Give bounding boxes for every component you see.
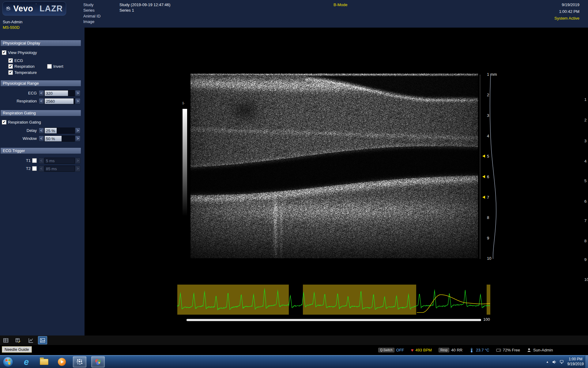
temperature-checkbox-label: Temperature	[14, 70, 37, 75]
temperature-value: 23.7 °C	[476, 348, 489, 352]
current-user: Sun-Admin	[3, 20, 22, 24]
respiration-range-label: Respiration	[0, 98, 37, 104]
view-physiology-checkbox[interactable]: ✔	[2, 50, 6, 55]
t1-increment-button: >	[75, 158, 81, 164]
respiration-range-decrement-button[interactable]: <	[39, 98, 44, 104]
invert-checkbox[interactable]	[47, 64, 52, 69]
windows-start-icon	[2, 356, 13, 367]
grayscale-bar	[183, 109, 187, 222]
delay-label: Delay	[0, 128, 37, 134]
header-datetime: 9/19/2019 1:00:42 PM System Active	[554, 2, 579, 23]
right-scale-tick: 9	[584, 257, 588, 262]
start-button[interactable]	[1, 356, 15, 367]
bottom-toolbar	[0, 335, 588, 345]
play-icon	[58, 358, 66, 366]
ecg-range-row: ECG < 320 >	[0, 90, 85, 96]
thermometer-icon	[469, 348, 474, 353]
t2-label: T2	[0, 166, 31, 172]
respiration-gating-checkbox[interactable]: ✔	[2, 120, 6, 125]
physio-strip-canvas[interactable]	[177, 285, 490, 315]
respiration-range-increment-button[interactable]: >	[75, 98, 81, 104]
series-value: Series 1	[119, 8, 134, 13]
logo-model: LAZR	[40, 4, 63, 13]
clock-date: 9/19/2019	[567, 362, 584, 367]
vevo-app-taskbar-button[interactable]	[73, 356, 86, 367]
hidden-icons-chevron[interactable]: ▲	[546, 360, 549, 363]
respiration-checkbox[interactable]: ✔	[8, 64, 13, 69]
cine-scrubber[interactable]	[187, 319, 481, 321]
taskbar-clock[interactable]: 1:00 PM 9/19/2019	[567, 357, 584, 366]
orientation-marker: I·	[183, 101, 185, 105]
ecg-range-input[interactable]: 320	[44, 90, 75, 96]
focus-arrow[interactable]	[482, 196, 485, 199]
show-desktop-button[interactable]	[585, 355, 588, 368]
window-increment-button[interactable]: >	[75, 136, 81, 142]
section-ecg-trigger: ECG Trigger	[1, 148, 81, 154]
right-scale-tick: 10	[584, 277, 588, 282]
right-scale-tick: 6	[584, 199, 588, 204]
ecg-range-increment-button[interactable]: >	[75, 90, 81, 96]
right-scale-tick: 3	[584, 139, 588, 143]
series-label: Series	[83, 8, 95, 13]
t1-value: 5 ms	[46, 158, 55, 164]
user-status: Sun-Admin	[527, 348, 553, 352]
ecg-checkbox[interactable]: ✔	[8, 58, 13, 63]
internet-explorer-icon[interactable]: e	[20, 356, 33, 367]
system-tray: ▲ 1:00 PM 9/19/2019	[546, 355, 584, 368]
status-items: Q-Switch OFF ♥ 493 BPM Resp 40 RR 23.7 °…	[378, 345, 553, 355]
t1-decrement-button: <	[39, 158, 44, 164]
tgc-curve	[489, 73, 501, 261]
window-label: Window	[0, 136, 37, 142]
temperature-checkbox[interactable]: ✔	[8, 70, 13, 75]
delay-increment-button[interactable]: >	[75, 128, 81, 134]
file-explorer-icon[interactable]	[37, 356, 51, 367]
system-date: 9/19/2019	[554, 2, 579, 7]
t2-checkbox[interactable]	[32, 166, 37, 171]
system-time: 1:00:42 PM	[554, 9, 579, 14]
media-player-icon[interactable]	[55, 356, 69, 367]
storage-value: 72% Free	[503, 348, 520, 352]
ecg-range-decrement-button[interactable]: <	[39, 90, 44, 96]
image-tools-icon[interactable]	[38, 336, 47, 344]
right-scale-tick: 8	[584, 239, 588, 243]
section-respiration-gating: Respiration Gating	[1, 110, 81, 116]
heart-icon: ♥	[411, 347, 414, 353]
animal-id-label: Animal ID	[83, 14, 100, 19]
cine-frame-count: 100	[483, 317, 490, 322]
delay-input[interactable]: 25 %	[44, 128, 75, 134]
focus-arrow[interactable]	[482, 175, 485, 178]
window-decrement-button[interactable]: <	[39, 136, 44, 142]
physiology-control-panel: Physiological Display ✔ View Physiology …	[0, 28, 85, 335]
window-row: Window < 50 % >	[0, 136, 85, 142]
system-status: System Active	[554, 16, 579, 21]
t1-label: T1	[0, 158, 31, 164]
right-scale-tick: 7	[584, 218, 588, 223]
ecg-checkbox-label: ECG	[14, 58, 23, 63]
imaging-mode: B-Mode	[334, 2, 348, 7]
imaging-app-taskbar-button[interactable]	[91, 356, 105, 367]
t1-checkbox[interactable]	[32, 158, 37, 163]
window-input[interactable]: 50 %	[44, 136, 75, 142]
network-icon[interactable]	[560, 360, 564, 364]
study-label: Study	[83, 2, 93, 7]
delay-decrement-button[interactable]: <	[39, 128, 44, 134]
window-value: 50 %	[46, 136, 55, 142]
logo-brand: Vevo	[13, 4, 33, 13]
vevo-app-icon	[76, 358, 83, 366]
focus-arrow[interactable]	[482, 155, 485, 158]
clock-time: 1:00 PM	[567, 357, 584, 362]
transducer-name: MS-550D	[3, 25, 20, 30]
measurements-table-icon[interactable]	[13, 336, 23, 344]
logo-mark: ˙	[36, 3, 37, 8]
ultrasound-image[interactable]	[190, 74, 478, 258]
t2-increment-button: >	[75, 166, 81, 172]
report-table-icon[interactable]	[1, 336, 10, 344]
graph-icon[interactable]	[26, 336, 36, 344]
respiration-checkbox-label: Respiration	[14, 64, 35, 69]
right-scale-tick: 1	[584, 97, 588, 102]
volume-icon[interactable]	[552, 360, 556, 364]
status-bar: Needle Guide Q-Switch OFF ♥ 493 BPM Resp…	[0, 345, 588, 355]
user-icon	[527, 348, 531, 352]
respiration-range-input[interactable]: 2560	[44, 98, 75, 104]
user-value: Sun-Admin	[533, 348, 553, 352]
